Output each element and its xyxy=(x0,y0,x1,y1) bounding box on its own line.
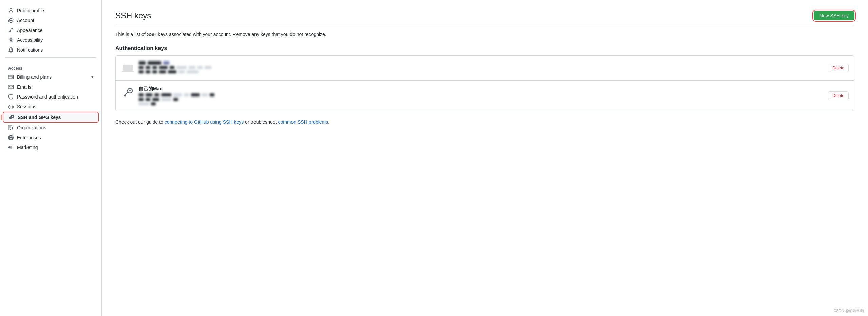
key-fingerprint-blurred-2 xyxy=(139,93,214,96)
connecting-guide-link[interactable]: connecting to GitHub using SSH keys xyxy=(165,119,244,125)
paintbrush-icon xyxy=(8,28,14,33)
accessibility-icon xyxy=(8,37,14,43)
key-name-2: 自己的Mac xyxy=(139,86,214,92)
access-section-label: Access xyxy=(0,60,101,72)
ssh-problems-link[interactable]: common SSH problems xyxy=(278,119,328,125)
key-item-left-1 xyxy=(121,61,211,75)
sidebar-item-appearance[interactable]: Appearance xyxy=(3,25,99,35)
sidebar-item-label: Account xyxy=(17,18,34,23)
sidebar-item-label: Enterprises xyxy=(17,135,41,140)
globe-icon xyxy=(8,135,14,140)
sidebar-item-billing[interactable]: Billing and plans ▾ xyxy=(3,72,99,82)
new-ssh-key-button[interactable]: New SSH key xyxy=(814,11,854,20)
sidebar-item-sessions[interactable]: Sessions xyxy=(3,102,99,111)
ssh-key-item-1: Delete xyxy=(116,56,854,80)
sidebar-item-label: Sessions xyxy=(17,104,36,109)
sidebar-item-public-profile[interactable]: Public profile xyxy=(3,6,99,15)
sidebar-item-label: Notifications xyxy=(17,47,43,53)
key-date-blurred-2 xyxy=(139,98,214,101)
sidebar-item-accessibility[interactable]: Accessibility xyxy=(3,35,99,45)
key-item-left-2: 自己的Mac xyxy=(121,86,214,105)
key-details-1 xyxy=(139,61,211,73)
footer-between: or troubleshoot xyxy=(244,119,278,125)
mail-icon xyxy=(8,84,14,90)
footer-pre-link1: Check out our guide to xyxy=(115,119,165,125)
sidebar-item-ssh-gpg[interactable]: SSH and GPG keys xyxy=(3,112,99,123)
svg-line-4 xyxy=(124,92,128,96)
settings-sidebar: Public profile Account Appearance Access… xyxy=(0,0,102,316)
key-icon-wrap-2 xyxy=(121,86,135,100)
key-fingerprint-blurred-1 xyxy=(139,66,211,69)
bell-icon xyxy=(8,47,14,53)
key-name-blurred-1 xyxy=(139,61,211,65)
sidebar-divider xyxy=(5,57,96,58)
sidebar-item-enterprises[interactable]: Enterprises xyxy=(3,133,99,142)
sidebar-item-password[interactable]: Password and authentication xyxy=(3,92,99,102)
key-date-blurred-1 xyxy=(139,70,211,73)
sidebar-item-label: Organizations xyxy=(17,125,46,130)
page-description: This is a list of SSH keys associated wi… xyxy=(115,32,854,37)
key-details-2: 自己的Mac xyxy=(139,86,214,105)
sidebar-item-account[interactable]: Account xyxy=(3,16,99,25)
footer-text: Check out our guide to connecting to Git… xyxy=(115,119,854,125)
creditcard-icon xyxy=(8,74,14,80)
gear-icon xyxy=(8,18,14,23)
megaphone-icon xyxy=(8,145,14,150)
building-icon xyxy=(8,125,14,130)
key-extra-blurred-2 xyxy=(139,102,214,105)
sidebar-item-label: Emails xyxy=(17,84,31,90)
key-icon xyxy=(9,115,14,120)
sidebar-item-label: Password and authentication xyxy=(17,94,78,100)
chevron-down-icon: ▾ xyxy=(91,75,93,80)
footer-post: . xyxy=(328,119,329,125)
auth-keys-title: Authentication keys xyxy=(115,45,854,51)
key-icon-wrap-1 xyxy=(121,61,135,75)
broadcast-icon xyxy=(8,104,14,109)
main-content: SSH keys New SSH key This is a list of S… xyxy=(102,0,868,316)
sidebar-item-label: Public profile xyxy=(17,8,44,13)
sidebar-item-label: Accessibility xyxy=(17,37,43,43)
ssh-keys-list: Delete 自己的Mac xyxy=(115,55,854,111)
sidebar-item-label: SSH and GPG keys xyxy=(18,115,61,120)
sidebar-item-label: Marketing xyxy=(17,145,38,150)
delete-key-2-button[interactable]: Delete xyxy=(828,91,849,100)
svg-point-3 xyxy=(129,90,131,91)
shield-icon xyxy=(8,94,14,100)
sidebar-item-label: Billing and plans xyxy=(17,74,52,80)
page-header: SSH keys New SSH key xyxy=(115,11,854,26)
person-icon xyxy=(8,8,14,13)
sidebar-item-emails[interactable]: Emails xyxy=(3,82,99,92)
page-title: SSH keys xyxy=(115,11,151,20)
svg-rect-0 xyxy=(123,65,133,71)
delete-key-1-button[interactable]: Delete xyxy=(828,64,849,72)
watermark: CSDN @前端学狗 xyxy=(834,308,864,313)
ssh-key-item-2: 自己的Mac xyxy=(116,80,854,111)
sidebar-item-organizations[interactable]: Organizations xyxy=(3,123,99,133)
sidebar-item-notifications[interactable]: Notifications xyxy=(3,45,99,55)
svg-rect-1 xyxy=(122,71,134,72)
sidebar-item-marketing[interactable]: Marketing xyxy=(3,143,99,152)
sidebar-item-label: Appearance xyxy=(17,28,43,33)
